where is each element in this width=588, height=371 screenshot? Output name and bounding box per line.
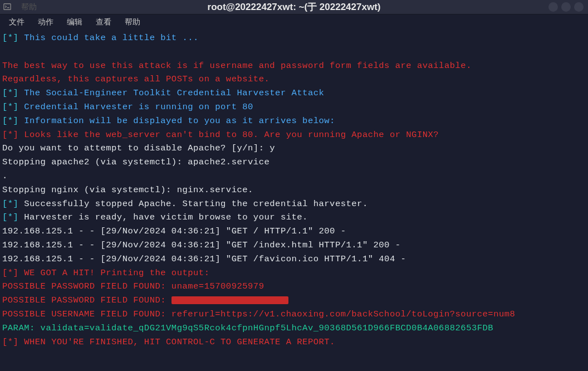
output-line: PARAM: validata=validate_qDG21VMg9qS5Rco… xyxy=(2,321,586,335)
output-line: 192.168.125.1 - - [29/Nov/2024 04:36:21]… xyxy=(2,238,586,252)
menu-help[interactable]: 帮助 xyxy=(119,16,146,28)
warning-marker: [*] xyxy=(2,130,18,140)
output-line: The best way to use this attack is if us… xyxy=(2,59,586,73)
menu-actions[interactable]: 动作 xyxy=(32,16,59,28)
status-marker: [*] xyxy=(2,199,18,209)
window-title: root@20222427xwt: ~(于 20222427xwt) xyxy=(208,1,381,13)
output-line xyxy=(2,45,586,59)
status-marker: [*] xyxy=(2,212,18,222)
info-marker: [*] xyxy=(2,337,18,347)
output-line: [*] Information will be displayed to you… xyxy=(2,114,586,128)
terminal-output[interactable]: [*] This could take a little bit ... The… xyxy=(0,30,588,350)
output-line: POSSIBLE PASSWORD FIELD FOUND: xyxy=(2,294,586,307)
output-line: [*] Looks like the web_server can't bind… xyxy=(2,128,586,142)
output-line: [*] This could take a little bit ... xyxy=(2,31,586,45)
menu-view[interactable]: 查看 xyxy=(90,16,117,28)
maximize-button[interactable] xyxy=(561,2,571,12)
output-line: [*] The Social-Engineer Toolkit Credenti… xyxy=(2,86,586,100)
svg-rect-0 xyxy=(4,4,11,10)
status-marker: [*] xyxy=(2,102,18,112)
output-line: Stopping nginx (via systemctl): nginx.se… xyxy=(2,183,586,197)
terminal-icon xyxy=(3,3,11,11)
status-marker: [*] xyxy=(2,116,18,126)
output-line: 192.168.125.1 - - [29/Nov/2024 04:36:21]… xyxy=(2,224,586,238)
output-line: Stopping apache2 (via systemctl): apache… xyxy=(2,155,586,169)
output-line: Do you want to attempt to disable Apache… xyxy=(2,141,586,155)
output-line: [*] Successfully stopped Apache. Startin… xyxy=(2,197,586,211)
redacted-password xyxy=(171,296,288,304)
output-line: [*] Harvester is ready, have victim brow… xyxy=(2,211,586,224)
output-line: [*] WE GOT A HIT! Printing the output: xyxy=(2,266,586,280)
minimize-button[interactable] xyxy=(548,2,558,12)
titlebar-ghost-text: 帮助 xyxy=(21,2,37,12)
output-line: POSSIBLE USERNAME FIELD FOUND: referurl=… xyxy=(2,307,586,321)
menu-bar: 文件 动作 编辑 查看 帮助 xyxy=(0,14,588,30)
output-line: POSSIBLE PASSWORD FIELD FOUND: uname=157… xyxy=(2,280,586,294)
output-line: Regardless, this captures all POSTs on a… xyxy=(2,72,586,86)
hit-marker: [*] xyxy=(2,268,18,278)
menu-edit[interactable]: 编辑 xyxy=(61,16,88,28)
output-line: [*] WHEN YOU'RE FINISHED, HIT CONTROL-C … xyxy=(2,335,586,349)
output-line: [*] Credential Harvester is running on p… xyxy=(2,100,586,114)
output-line: 192.168.125.1 - - [29/Nov/2024 04:36:21]… xyxy=(2,252,586,266)
window-controls xyxy=(548,2,584,12)
output-line: . xyxy=(2,169,586,183)
status-marker: [*] xyxy=(2,88,18,98)
status-marker: [*] xyxy=(2,33,18,43)
menu-file[interactable]: 文件 xyxy=(3,16,30,28)
close-button[interactable] xyxy=(574,2,584,12)
window-titlebar: 帮助 root@20222427xwt: ~(于 20222427xwt) xyxy=(0,0,588,14)
